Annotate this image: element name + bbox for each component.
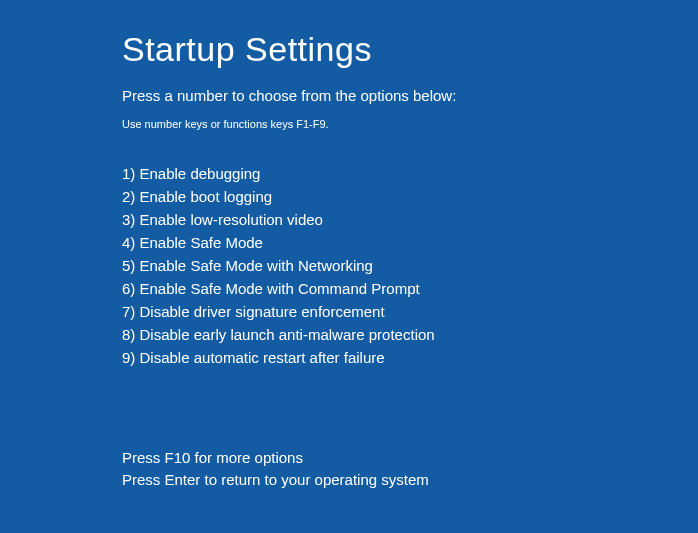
option-5[interactable]: 5) Enable Safe Mode with Networking xyxy=(122,254,698,277)
option-7[interactable]: 7) Disable driver signature enforcement xyxy=(122,300,698,323)
option-8[interactable]: 8) Disable early launch anti-malware pro… xyxy=(122,323,698,346)
options-list: 1) Enable debugging 2) Enable boot loggi… xyxy=(122,162,698,369)
instruction-text: Press a number to choose from the option… xyxy=(122,87,698,104)
option-4[interactable]: 4) Enable Safe Mode xyxy=(122,231,698,254)
option-9[interactable]: 9) Disable automatic restart after failu… xyxy=(122,346,698,369)
page-title: Startup Settings xyxy=(122,30,698,69)
option-1[interactable]: 1) Enable debugging xyxy=(122,162,698,185)
more-options-text: Press F10 for more options xyxy=(122,447,698,469)
hint-text: Use number keys or functions keys F1-F9. xyxy=(122,118,698,130)
option-6[interactable]: 6) Enable Safe Mode with Command Prompt xyxy=(122,277,698,300)
option-3[interactable]: 3) Enable low-resolution video xyxy=(122,208,698,231)
return-text: Press Enter to return to your operating … xyxy=(122,469,698,491)
option-2[interactable]: 2) Enable boot logging xyxy=(122,185,698,208)
